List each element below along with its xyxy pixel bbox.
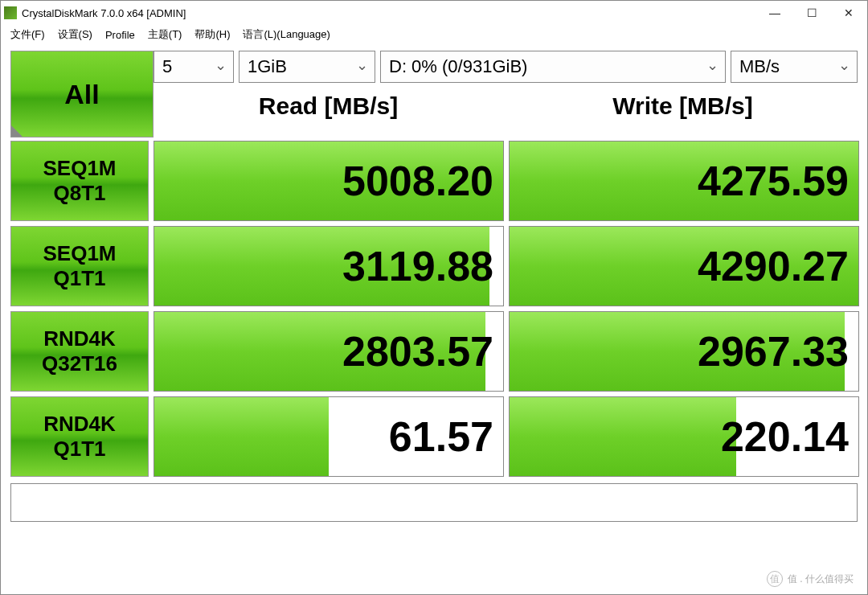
menu-language[interactable]: 语言(L)(Language) (238, 26, 334, 43)
unit-value: MB/s (739, 56, 780, 77)
all-button-label: All (64, 79, 99, 110)
run-all-button[interactable]: All (10, 51, 154, 137)
status-bar (10, 483, 858, 522)
test-count-select[interactable]: 5 (154, 51, 234, 83)
test-label-l2: Q1T1 (53, 266, 105, 291)
menu-profile[interactable]: Profile (100, 27, 140, 43)
test-size-select[interactable]: 1GiB (239, 51, 375, 83)
write-column-header: Write [MB/s] (508, 83, 858, 129)
titlebar: CrystalDiskMark 7.0.0 x64 [ADMIN] — ☐ ✕ (1, 1, 867, 25)
test-button-seq1m-q8t1[interactable]: SEQ1M Q8T1 (10, 141, 149, 221)
write-cell-0: 4275.59 (509, 141, 859, 221)
read-value-0: 5008.20 (342, 157, 493, 205)
read-bar-3 (154, 397, 329, 476)
menu-theme[interactable]: 主题(T) (143, 26, 187, 43)
test-label-l1: RND4K (43, 326, 116, 351)
watermark-text: 值 . 什么值得买 (788, 572, 854, 586)
test-label-l2: Q32T16 (42, 351, 117, 376)
window-title: CrystalDiskMark 7.0.0 x64 [ADMIN] (22, 7, 756, 19)
read-value-3: 61.57 (389, 412, 493, 461)
write-value-2: 2967.33 (698, 327, 849, 375)
write-value-0: 4275.59 (698, 157, 849, 205)
write-value-3: 220.14 (721, 412, 849, 461)
results-grid: SEQ1M Q8T1 5008.20 4275.59 SEQ1M Q1T1 31… (10, 141, 858, 477)
write-value-1: 4290.27 (698, 242, 849, 290)
read-value-2: 2803.57 (342, 327, 493, 375)
read-cell-2: 2803.57 (154, 311, 504, 392)
read-cell-0: 5008.20 (154, 141, 504, 221)
test-label-l1: SEQ1M (43, 241, 116, 266)
test-label-l1: SEQ1M (43, 156, 116, 181)
menu-settings[interactable]: 设置(S) (53, 26, 97, 43)
read-value-1: 3119.88 (342, 242, 493, 290)
test-label-l2: Q1T1 (53, 437, 105, 462)
test-label-l2: Q8T1 (53, 181, 105, 206)
read-cell-3: 61.57 (154, 396, 504, 477)
menu-help[interactable]: 帮助(H) (190, 26, 235, 43)
watermark-icon: 值 (767, 571, 783, 587)
minimize-button[interactable]: — (756, 1, 793, 25)
test-label-l1: RND4K (43, 412, 116, 437)
maximize-button[interactable]: ☐ (793, 1, 830, 25)
write-cell-1: 4290.27 (509, 226, 859, 306)
read-column-header: Read [MB/s] (154, 83, 503, 129)
close-button[interactable]: ✕ (830, 1, 867, 25)
test-size-value: 1GiB (248, 56, 287, 77)
test-button-rnd4k-q1t1[interactable]: RND4K Q1T1 (10, 396, 149, 477)
write-cell-3: 220.14 (509, 396, 859, 477)
window-controls: — ☐ ✕ (756, 1, 867, 25)
watermark: 值 值 . 什么值得买 (767, 571, 854, 587)
app-icon (4, 6, 17, 19)
test-button-seq1m-q1t1[interactable]: SEQ1M Q1T1 (10, 226, 149, 306)
test-count-value: 5 (162, 56, 172, 77)
drive-value: D: 0% (0/931GiB) (389, 56, 527, 77)
write-cell-2: 2967.33 (509, 311, 859, 392)
write-bar-3 (510, 397, 736, 476)
read-cell-1: 3119.88 (154, 226, 504, 306)
drive-select[interactable]: D: 0% (0/931GiB) (380, 51, 726, 83)
menu-bar: 文件(F) 设置(S) Profile 主题(T) 帮助(H) 语言(L)(La… (1, 25, 867, 44)
test-button-rnd4k-q32t16[interactable]: RND4K Q32T16 (10, 311, 149, 392)
unit-select[interactable]: MB/s (731, 51, 858, 83)
menu-file[interactable]: 文件(F) (6, 26, 50, 43)
content-area: All 5 1GiB D: 0% (0/931GiB) MB/s Read [M… (1, 44, 867, 531)
